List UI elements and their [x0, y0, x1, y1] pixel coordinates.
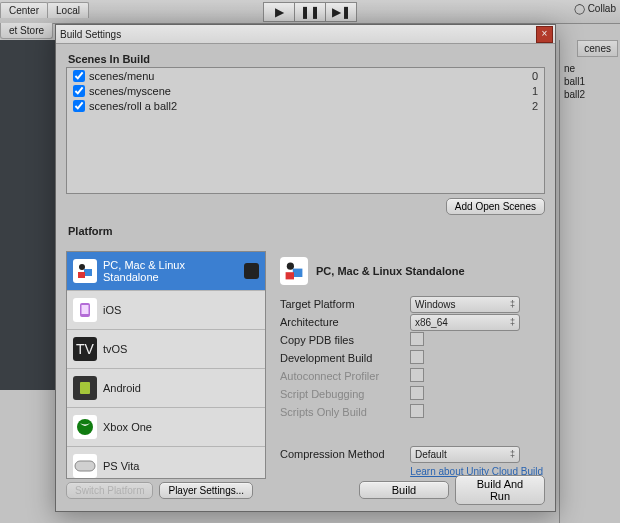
autoconnect-checkbox — [410, 368, 424, 382]
scene-index: 2 — [532, 100, 538, 112]
prop-label: Compression Method — [280, 448, 410, 460]
scene-item[interactable]: ball2 — [560, 88, 620, 101]
script-debug-checkbox — [410, 386, 424, 400]
scenes-in-build-list: scenes/menu 0 scenes/myscene 1 scenes/ro… — [66, 67, 545, 194]
scene-item[interactable]: ball1 — [560, 75, 620, 88]
standalone-icon — [73, 259, 97, 283]
tvos-icon: TV — [73, 337, 97, 361]
scene-path: scenes/myscene — [89, 85, 171, 97]
scene-item[interactable]: ne — [560, 62, 620, 75]
add-open-scenes-button[interactable]: Add Open Scenes — [446, 198, 545, 215]
prop-label: Scripts Only Build — [280, 406, 410, 418]
scene-checkbox[interactable] — [73, 85, 85, 97]
svg-rect-2 — [78, 272, 85, 278]
player-settings-button[interactable]: Player Settings... — [159, 482, 253, 499]
main-toolbar: Center Local ▶ ❚❚ ▶❚ ◯ Collab — [0, 0, 620, 24]
toolbar-tab-center[interactable]: Center — [0, 2, 48, 18]
unity-badge-icon — [244, 263, 259, 279]
prop-label: Development Build — [280, 352, 410, 364]
prop-label: Target Platform — [280, 298, 410, 310]
svg-point-6 — [77, 419, 93, 435]
prop-label: Script Debugging — [280, 388, 410, 400]
platform-label: Android — [103, 382, 141, 394]
collab-button[interactable]: ◯ Collab — [574, 3, 616, 14]
step-button[interactable]: ▶❚ — [326, 2, 357, 22]
build-and-run-button[interactable]: Build And Run — [455, 475, 545, 505]
prop-autoconnect: Autoconnect Profiler — [280, 367, 543, 385]
scene-row[interactable]: scenes/myscene 1 — [67, 83, 544, 98]
dialog-titlebar[interactable]: Build Settings × — [56, 25, 555, 44]
platform-item-standalone[interactable]: PC, Mac & Linux Standalone — [67, 252, 265, 291]
scene-path: scenes/roll a ball2 — [89, 100, 177, 112]
standalone-icon — [280, 257, 308, 285]
chevron-updown-icon: ‡ — [510, 449, 515, 459]
platform-header: Platform — [66, 221, 545, 239]
prop-scripts-only: Scripts Only Build — [280, 403, 543, 421]
platform-details: PC, Mac & Linux Standalone Target Platfo… — [278, 251, 545, 479]
platform-label: iOS — [103, 304, 121, 316]
android-icon — [73, 376, 97, 400]
platform-label: PC, Mac & Linux Standalone — [103, 259, 238, 283]
platform-label: tvOS — [103, 343, 127, 355]
svg-rect-1 — [84, 269, 92, 276]
xbox-icon — [73, 415, 97, 439]
svg-rect-5 — [80, 382, 90, 394]
architecture-popup[interactable]: x86_64 ‡ — [410, 314, 520, 331]
switch-platform-button: Switch Platform — [66, 482, 153, 499]
prop-script-debug: Script Debugging — [280, 385, 543, 403]
compression-popup[interactable]: Default ‡ — [410, 446, 520, 463]
toolbar-tab-local[interactable]: Local — [47, 2, 89, 18]
prop-architecture: Architecture x86_64 ‡ — [280, 313, 543, 331]
platform-list[interactable]: PC, Mac & Linux Standalone iOS TV tvOS — [66, 251, 266, 479]
scenes-in-build-header: Scenes In Build — [66, 49, 545, 67]
scene-checkbox[interactable] — [73, 70, 85, 82]
scene-row[interactable]: scenes/roll a ball2 2 — [67, 98, 544, 113]
dev-build-checkbox[interactable] — [410, 350, 424, 364]
asset-store-tab[interactable]: et Store — [0, 23, 53, 39]
svg-rect-4 — [82, 305, 89, 314]
chevron-updown-icon: ‡ — [510, 299, 515, 309]
platform-label: Xbox One — [103, 421, 152, 433]
details-title: PC, Mac & Linux Standalone — [316, 265, 465, 277]
dialog-body: Scenes In Build scenes/menu 0 scenes/mys… — [56, 43, 555, 511]
build-settings-dialog: Build Settings × Scenes In Build scenes/… — [55, 24, 556, 512]
copy-pdb-checkbox[interactable] — [410, 332, 424, 346]
project-panel: cenes ne ball1 ball2 — [559, 40, 620, 523]
prop-target-platform: Target Platform Windows ‡ — [280, 295, 543, 313]
prop-label: Copy PDB files — [280, 334, 410, 346]
platform-item-tvos[interactable]: TV tvOS — [67, 330, 265, 369]
chevron-updown-icon: ‡ — [510, 317, 515, 327]
platform-label: PS Vita — [103, 460, 140, 472]
toolbar-left-tabs: Center Local — [0, 2, 88, 18]
svg-rect-14 — [286, 272, 294, 279]
scene-index: 1 — [532, 85, 538, 97]
scene-index: 0 — [532, 70, 538, 82]
pause-button[interactable]: ❚❚ — [295, 2, 326, 22]
scenes-tab[interactable]: cenes — [577, 40, 618, 57]
scene-checkbox[interactable] — [73, 100, 85, 112]
build-button[interactable]: Build — [359, 481, 449, 499]
playback-controls: ▶ ❚❚ ▶❚ — [263, 2, 357, 22]
details-header: PC, Mac & Linux Standalone — [280, 251, 543, 295]
dialog-title: Build Settings — [60, 29, 121, 40]
scene-row[interactable]: scenes/menu 0 — [67, 68, 544, 83]
scene-path: scenes/menu — [89, 70, 154, 82]
target-platform-popup[interactable]: Windows ‡ — [410, 296, 520, 313]
toolbar-right: ◯ Collab — [574, 3, 616, 14]
svg-rect-13 — [293, 269, 303, 277]
close-icon[interactable]: × — [536, 26, 553, 43]
platform-item-android[interactable]: Android — [67, 369, 265, 408]
svg-rect-7 — [75, 461, 95, 471]
play-button[interactable]: ▶ — [263, 2, 295, 22]
prop-dev-build: Development Build — [280, 349, 543, 367]
ios-icon — [73, 298, 97, 322]
prop-label: Architecture — [280, 316, 410, 328]
platform-item-xbox[interactable]: Xbox One — [67, 408, 265, 447]
platform-item-ios[interactable]: iOS — [67, 291, 265, 330]
prop-compression: Compression Method Default ‡ — [280, 445, 543, 463]
dialog-bottom-bar: Switch Platform Player Settings... Build… — [66, 475, 545, 505]
prop-copy-pdb: Copy PDB files — [280, 331, 543, 349]
scripts-only-checkbox — [410, 404, 424, 418]
prop-label: Autoconnect Profiler — [280, 370, 410, 382]
